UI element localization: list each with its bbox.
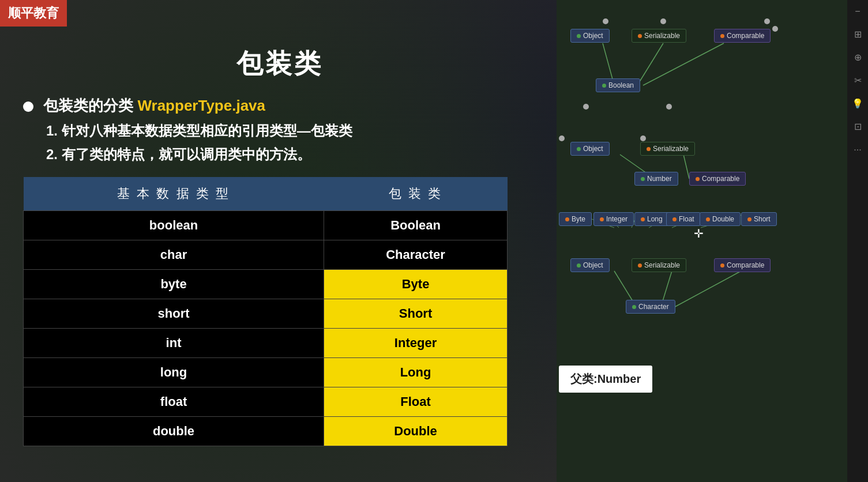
- table-row: booleanBoolean: [24, 210, 508, 240]
- wrapper-cell: Double: [324, 416, 508, 446]
- table-header-row: 基 本 数 据 类 型 包 装 类: [24, 177, 508, 211]
- dot-m2: [640, 135, 646, 141]
- dot-float: [672, 217, 677, 221]
- primitive-cell: double: [24, 416, 324, 446]
- primitive-cell: int: [24, 328, 324, 357]
- primitive-cell: char: [24, 240, 324, 269]
- wrapper-cell: Boolean: [324, 210, 508, 240]
- dot-object: [577, 34, 581, 38]
- dot-character: [632, 305, 636, 309]
- dot-boolean: [602, 84, 606, 88]
- dot-double: [706, 217, 710, 221]
- col-wrapper-header: 包 装 类: [324, 177, 508, 211]
- dot-ser-bot: [638, 263, 642, 268]
- primitive-cell: short: [24, 299, 324, 328]
- table-row: longLong: [24, 357, 508, 387]
- node-object-top: Object: [570, 29, 610, 43]
- table-row: intInteger: [24, 328, 508, 357]
- wrapper-cell: Float: [324, 387, 508, 416]
- node-boolean: Boolean: [596, 78, 640, 92]
- dot-tm: [660, 18, 666, 24]
- node-object-bot: Object: [570, 258, 610, 272]
- icon-zoom-in[interactable]: ⊕: [854, 51, 862, 65]
- dot-ser-mid: [647, 147, 651, 151]
- wrapper-cell: Long: [324, 357, 508, 387]
- primitive-cell: float: [24, 387, 324, 416]
- node-serializable-mid: Serializable: [640, 142, 695, 156]
- node-float: Float: [666, 212, 701, 226]
- diagram-container: Object Serializable Comparable Boolean O…: [557, 0, 868, 482]
- dot-obj-mid: [577, 147, 581, 151]
- node-byte: Byte: [559, 212, 592, 226]
- primitive-cell: long: [24, 357, 324, 387]
- node-short: Short: [741, 212, 777, 226]
- dot-comp-mid: [696, 177, 700, 181]
- icon-bulb[interactable]: 💡: [852, 97, 863, 111]
- dot-bm: [666, 104, 672, 110]
- dot-m1: [559, 135, 565, 141]
- node-integer: Integer: [593, 212, 634, 226]
- icon-crop[interactable]: ✂: [854, 74, 862, 88]
- dot-br: [772, 26, 778, 32]
- icon-minus[interactable]: −: [855, 5, 860, 18]
- bullet-dot: [23, 101, 33, 112]
- bullet-section: 包装类的分类 WrapperType.java 1. 针对八种基本数据类型相应的…: [23, 96, 536, 167]
- bullet-prefix: 包装类的分类: [43, 97, 137, 114]
- node-object-mid: Object: [570, 142, 610, 156]
- dot-integer: [600, 217, 604, 221]
- right-panel: Object Serializable Comparable Boolean O…: [557, 0, 868, 482]
- primitive-cell: boolean: [24, 210, 324, 240]
- node-double: Double: [700, 212, 741, 226]
- node-serializable-bot: Serializable: [632, 258, 686, 272]
- node-serializable-top: Serializable: [632, 29, 686, 43]
- table-row: byteByte: [24, 269, 508, 299]
- bullet-main: 包装类的分类 WrapperType.java: [23, 96, 536, 116]
- page-title: 包装类: [23, 46, 536, 82]
- main-content: 包装类 包装类的分类 WrapperType.java 1. 针对八种基本数据类…: [0, 0, 559, 482]
- node-comparable-top: Comparable: [714, 29, 771, 43]
- node-long: Long: [634, 212, 669, 226]
- sub-bullet-2: 2. 有了类的特点，就可以调用类中的方法。: [46, 143, 536, 167]
- table-row: doubleDouble: [24, 416, 508, 446]
- wrapper-cell: Integer: [324, 328, 508, 357]
- svg-line-13: [672, 271, 741, 308]
- diagram-svg: [557, 0, 868, 482]
- primitive-cell: byte: [24, 269, 324, 299]
- dot-comp-bot: [720, 263, 724, 268]
- dot-byte: [565, 217, 569, 221]
- sub-bullet-1: 1. 针对八种基本数据类型相应的引用类型—包装类: [46, 119, 536, 143]
- cursor: ✛: [694, 227, 704, 240]
- dot-long: [641, 217, 645, 221]
- dot-short: [747, 217, 751, 221]
- dot-comparable: [720, 34, 724, 38]
- icon-copy[interactable]: ⊡: [854, 120, 862, 134]
- dot-bl: [583, 104, 589, 110]
- svg-line-1: [637, 43, 663, 85]
- dot-tr: [764, 18, 770, 24]
- node-comparable-mid: Comparable: [689, 172, 746, 186]
- dot-number: [641, 177, 645, 181]
- wrapper-type-table: 基 本 数 据 类 型 包 装 类 booleanBooleancharChar…: [23, 177, 508, 446]
- svg-line-4: [683, 155, 689, 179]
- table-row: shortShort: [24, 299, 508, 328]
- node-number: Number: [634, 172, 678, 186]
- table-body: booleanBooleancharCharacterbyteByteshort…: [24, 210, 508, 446]
- wrapper-cell: Character: [324, 240, 508, 269]
- wrapper-cell: Short: [324, 299, 508, 328]
- dot-tl: [603, 18, 608, 24]
- table-row: floatFloat: [24, 387, 508, 416]
- dot-obj-bot: [577, 263, 581, 268]
- tooltip-text: 父类:Number: [570, 372, 641, 385]
- tooltip-number: 父类:Number: [559, 366, 652, 393]
- icon-layers[interactable]: ⊞: [854, 28, 862, 42]
- sidebar-icons: − ⊞ ⊕ ✂ 💡 ⊡ ···: [847, 0, 868, 482]
- icon-more[interactable]: ···: [854, 143, 861, 157]
- table-row: charCharacter: [24, 240, 508, 269]
- logo: 顺平教育: [0, 0, 67, 27]
- wrapper-cell: Byte: [324, 269, 508, 299]
- col-primitive-header: 基 本 数 据 类 型: [24, 177, 324, 211]
- node-character: Character: [626, 300, 675, 314]
- svg-line-2: [643, 43, 724, 85]
- bullet-highlight: WrapperType.java: [137, 97, 265, 114]
- node-comparable-bot: Comparable: [714, 258, 771, 272]
